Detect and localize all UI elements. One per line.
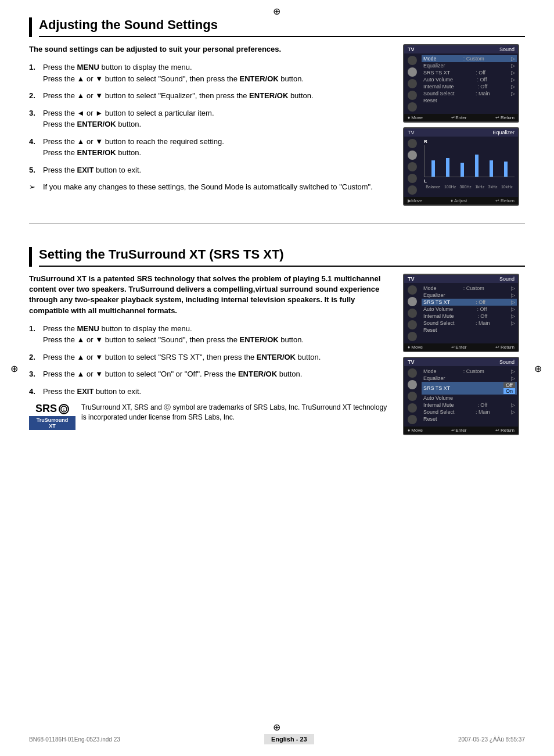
crosshair-right-mid: ⊕ (534, 363, 542, 374)
tv-screen3-menu: Mode : Custom ▷ Equalizer ▷ SRS TS XT : … (420, 283, 518, 343)
menu-row-mode: Mode : Custom ▷ (422, 55, 517, 62)
sound-menu-label-4: Sound (499, 359, 515, 365)
tv-screen2-body: R (404, 137, 518, 197)
step-5-number: 5. (29, 164, 41, 176)
s4-sidebar-icon-1 (408, 368, 417, 378)
crosshair-left-mid: ⊕ (10, 363, 18, 374)
menu-row-ss: Sound Select : Main ▷ (423, 90, 515, 97)
sidebar-icon-2 (408, 67, 417, 77)
section1-screens: TV Sound Mode (403, 44, 525, 206)
section1-title: Adjusting the Sound Settings (39, 17, 525, 37)
step-2-number: 2. (29, 90, 41, 102)
s3-row-eq: Equalizer ▷ (423, 292, 515, 299)
s4-sidebar-icon-5 (408, 415, 417, 424)
s4-sidebar-icon-2 (408, 380, 417, 389)
eq-bar-300hz (461, 145, 464, 177)
srs-option-on: On (503, 388, 515, 394)
tv-screen2-sidebar (404, 137, 420, 197)
tv-screen4-bottom: ♦ Move ↵Enter ↩ Return (404, 427, 518, 434)
eq-l-label: L (424, 178, 515, 184)
s3-sidebar-icon-2 (408, 297, 417, 306)
section2-title: Setting the TruSurround XT (SRS TS XT) (39, 247, 525, 267)
tv-screen2-titlebar: TV Equalizer (404, 128, 518, 137)
eq-sidebar-icon-4 (408, 174, 417, 183)
eq-content: R (420, 137, 518, 197)
section2-content: TruSurround XT is a patented SRS technol… (29, 274, 525, 440)
s3-row-reset: Reset (423, 327, 515, 334)
sidebar-icon-3 (408, 79, 417, 88)
eq-bars (424, 145, 515, 177)
crosshair-top: ⊕ (273, 6, 280, 17)
section2-text: TruSurround XT is a patented SRS technol… (29, 274, 391, 440)
tv-label-2: TV (408, 130, 415, 135)
step-3-text: Press the ◄ or ► button to select a part… (43, 108, 391, 130)
menu-row-eq: Equalizer ▷ (423, 62, 515, 69)
srs-option-off: Off (503, 382, 515, 388)
s4-row-srs-popup: SRS TS XT Off On (422, 382, 517, 395)
s3-row-srs: SRS TS XT : Off ▷ (422, 299, 517, 306)
section1-intro: The sound settings can be adjusted to su… (29, 44, 391, 55)
eq-sidebar-icon-2 (408, 151, 417, 160)
tv-screen3-sidebar (404, 283, 420, 343)
step-5-text: Press the EXIT button to exit. (43, 164, 391, 176)
s3-row-ss: Sound Select : Main ▷ (423, 320, 515, 327)
sidebar-icon-1 (408, 56, 417, 65)
s2-step-2: 2. Press the ▲ or ▼ button to select "SR… (29, 352, 391, 363)
sidebar-icon-5 (408, 102, 417, 112)
s2-step-4: 4. Press the EXIT button to exit. (29, 386, 391, 397)
tv-screen1-sidebar (404, 53, 420, 114)
sound-menu-label-3: Sound (499, 276, 515, 282)
section-divider (29, 223, 525, 224)
tv-screen4-body: Mode : Custom ▷ Equalizer ▷ SRS TS XT (404, 366, 518, 427)
page-footer: BN68-01186H-01Eng-0523.indd 23 English -… (0, 734, 554, 744)
s4-row-av: Auto Volume (423, 395, 515, 402)
menu-row-av: Auto Volume : Off ▷ (423, 76, 515, 83)
section-trusurround: Setting the TruSurround XT (SRS TS XT) T… (29, 247, 525, 440)
eq-bar-balance (431, 145, 435, 177)
eq-sidebar-icon-3 (408, 162, 417, 171)
step-1-number: 1. (29, 62, 41, 84)
srs-logo: SRS c TruSurround XT (29, 403, 75, 430)
s4-row-im: Internal Mute : Off ▷ (423, 402, 515, 409)
crosshair-bottom: ⊕ (273, 722, 280, 733)
tv-screen-2: TV Equalizer R (403, 127, 519, 206)
srs-circle: c (59, 404, 69, 414)
s3-sidebar-icon-4 (408, 320, 417, 329)
tv-screen1-menu: Mode : Custom ▷ Equalizer ▷ SRS TS XT : … (420, 53, 518, 114)
srs-popup-dropdown: Off On (503, 382, 515, 394)
eq-freq-labels: Balance 100Hz 300Hz 1kHz 3kHz 10kHz (424, 185, 515, 189)
s2-step-1-text: Press the MENU button to display the men… (43, 323, 391, 346)
tv-label-1: TV (408, 46, 415, 52)
step-4: 4. Press the ▲ or ▼ button to reach the … (29, 136, 391, 159)
tv-screen3-topbar: TV Sound (404, 275, 518, 283)
menu-row-im: Internal Mute : Off ▷ (423, 83, 515, 90)
note-text: If you make any changes to these setting… (43, 181, 373, 193)
s4-row-reset: Reset (423, 415, 515, 422)
tv-screen-1: TV Sound Mode (403, 44, 519, 123)
tv-screen4-topbar: TV Sound (404, 358, 518, 366)
sidebar-icon-4 (408, 91, 417, 100)
step-3-number: 3. (29, 108, 41, 130)
step-2-text: Press the ▲ or ▼ button to select "Equal… (43, 90, 391, 102)
section1-header: Adjusting the Sound Settings (29, 17, 525, 37)
menu-row-srs: SRS TS XT : Off ▷ (423, 69, 515, 76)
s2-step-1: 1. Press the MENU button to display the … (29, 323, 391, 346)
footer-doc: BN68-01186H-01Eng-0523.indd 23 (29, 736, 120, 743)
srs-circle-icon: c (60, 406, 67, 413)
menu-row-reset: Reset (423, 97, 515, 104)
tv-screen-3: TV Sound Mode (403, 274, 519, 352)
s3-sidebar-icon-3 (408, 309, 417, 318)
tv-screen4-menu: Mode : Custom ▷ Equalizer ▷ SRS TS XT (420, 366, 518, 427)
page-container: ⊕ ⊕ ⊕ ⊕ Adjusting the Sound Settings The… (0, 0, 554, 756)
s3-sidebar-icon-1 (408, 285, 417, 295)
tv-screen2-bottom: ▶Move ♦ Adjust ↩ Return (404, 197, 518, 205)
note-arrow: ➢ (29, 181, 41, 193)
section1-content: The sound settings can be adjusted to su… (29, 44, 525, 206)
s2-step-4-text: Press the EXIT button to exit. (43, 386, 391, 397)
s3-row-im: Internal Mute : Off ▷ (423, 313, 515, 320)
svg-text:c: c (63, 407, 65, 411)
s4-sidebar-icon-4 (408, 403, 417, 413)
step-2: 2. Press the ▲ or ▼ button to select "Eq… (29, 90, 391, 102)
step-3: 3. Press the ◄ or ► button to select a p… (29, 108, 391, 130)
s4-sidebar-icon-3 (408, 392, 417, 401)
